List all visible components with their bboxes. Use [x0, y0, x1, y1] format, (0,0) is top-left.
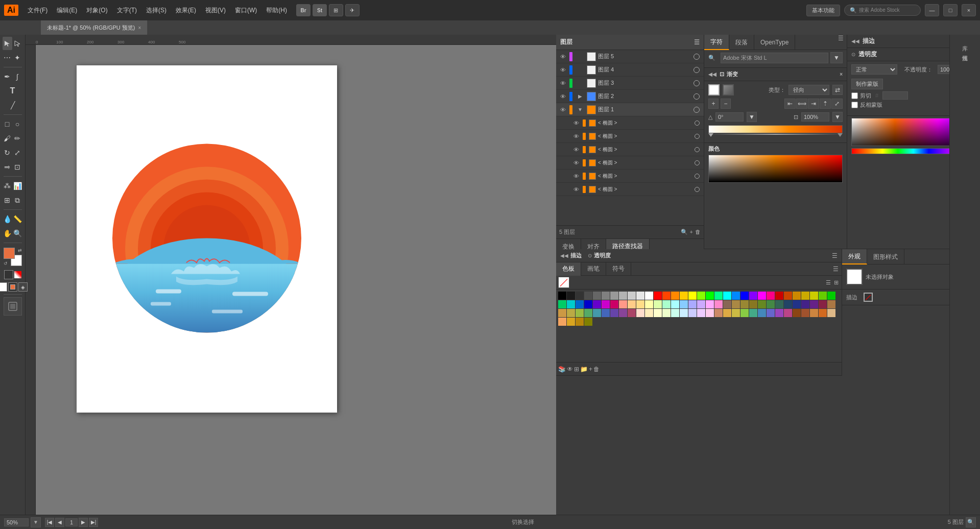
layer-item-1[interactable]: 👁 ▼ 图层 1 — [556, 103, 704, 116]
hand-tool[interactable]: ✋ — [3, 227, 12, 240]
eye-icon-sub-5[interactable]: 👁 — [571, 172, 581, 181]
swatch-cell[interactable] — [732, 300, 740, 308]
eye-icon-4[interactable]: 👁 — [558, 65, 567, 75]
blend-mode-select[interactable]: 正常 — [851, 64, 897, 75]
layer-target-5[interactable] — [694, 54, 700, 60]
layer-target-2[interactable] — [694, 93, 700, 100]
swatch-cell[interactable] — [793, 292, 801, 300]
workspace-btn[interactable]: 基本功能 — [806, 5, 840, 16]
tab-symbols[interactable]: 符号 — [606, 262, 631, 276]
angle-input[interactable] — [715, 112, 744, 122]
swatch-cell[interactable] — [801, 300, 809, 308]
swatch-cell[interactable] — [784, 292, 792, 300]
stroke-mini-expand[interactable]: ◀◀ — [560, 253, 568, 258]
tab-swatches[interactable]: 色板 — [556, 262, 581, 276]
gradient-add-stop[interactable]: + — [708, 99, 719, 109]
menu-text[interactable]: 文字(T) — [113, 4, 141, 17]
swatch-cell[interactable] — [723, 309, 731, 317]
swatch-cell[interactable] — [827, 300, 835, 308]
align-center-btn[interactable]: ⟺ — [796, 99, 807, 109]
clip-checkbox[interactable] — [851, 92, 858, 99]
menu-view[interactable]: 视图(V) — [201, 4, 230, 17]
swatch-cell[interactable] — [775, 300, 783, 308]
swatch-cell[interactable] — [567, 309, 575, 317]
bridge-btn[interactable]: Br — [296, 4, 310, 16]
swatch-cell[interactable] — [740, 292, 749, 300]
gradient-dark-swatch[interactable] — [723, 84, 734, 95]
swatch-cell[interactable] — [740, 309, 749, 317]
swatch-cell[interactable] — [810, 292, 818, 300]
swatch-cell[interactable] — [767, 292, 775, 300]
gradient-swatch[interactable] — [14, 271, 21, 278]
trans-expand-btn[interactable]: ⊙ — [851, 52, 855, 57]
canvas-artboard-btn[interactable] — [4, 297, 22, 316]
lasso-tool[interactable]: ⋯ — [3, 51, 12, 64]
swatch-cell[interactable] — [819, 292, 827, 300]
menu-window[interactable]: 窗口(W) — [231, 4, 261, 17]
swatch-cell[interactable] — [636, 300, 644, 308]
swap-colors-icon[interactable]: ⇄ — [18, 248, 22, 253]
swatch-cell[interactable] — [610, 292, 618, 300]
swatch-cell[interactable] — [758, 309, 766, 317]
layer-arrow-1[interactable]: ▼ — [576, 107, 585, 112]
swatch-cell[interactable] — [593, 309, 601, 317]
swatch-cell[interactable] — [662, 309, 671, 317]
swatch-cell[interactable] — [636, 309, 644, 317]
measure-tool[interactable]: 📏 — [13, 212, 22, 226]
zoom-input[interactable] — [4, 518, 29, 526]
slice-tool[interactable]: ⧉ — [13, 194, 22, 207]
layer-arrow-2[interactable]: ▶ — [576, 93, 585, 99]
libraries-btn[interactable]: ⊞ — [329, 4, 343, 16]
swatch-cell[interactable] — [810, 309, 818, 317]
swatch-cell[interactable] — [654, 292, 662, 300]
angle-dropdown[interactable]: ▼ — [747, 112, 757, 122]
swatch-cell[interactable] — [706, 300, 714, 308]
tab-appearance[interactable]: 外观 — [842, 249, 867, 264]
align-top-btn[interactable]: ⇡ — [820, 99, 831, 109]
swatch-cell[interactable] — [576, 309, 584, 317]
layers-delete-icon[interactable]: 🗑 — [695, 229, 701, 235]
first-page-btn[interactable]: |◀ — [45, 518, 54, 527]
swatch-cell[interactable] — [662, 300, 671, 308]
swatch-cell[interactable] — [567, 300, 575, 308]
swatch-cell[interactable] — [654, 309, 662, 317]
swatch-cell[interactable] — [775, 292, 783, 300]
direct-select-tool[interactable] — [13, 37, 22, 50]
gradient-close-btn[interactable]: × — [840, 71, 843, 77]
gradient-reverse-btn[interactable]: ⇄ — [832, 85, 843, 95]
stroke-mini-menu[interactable]: ☰ — [832, 252, 838, 259]
foreground-color-swatch[interactable] — [4, 248, 15, 259]
swatch-cell[interactable] — [558, 300, 566, 308]
share-btn[interactable]: ✈ — [345, 4, 360, 16]
swatch-cell[interactable] — [671, 292, 679, 300]
swatch-cell[interactable] — [749, 292, 757, 300]
column-graph-tool[interactable]: 📊 — [13, 179, 22, 193]
menu-file[interactable]: 文件(F) — [23, 4, 52, 17]
appearance-color-swatch[interactable] — [846, 269, 863, 285]
swatch-cell[interactable] — [662, 292, 671, 300]
swatch-cell[interactable] — [697, 292, 705, 300]
swatch-cell[interactable] — [819, 300, 827, 308]
swatch-lib-icon[interactable]: 📚 — [558, 366, 566, 373]
swatch-eye-icon[interactable]: 👁 — [567, 366, 573, 373]
swatch-cell[interactable] — [697, 300, 705, 308]
reset-colors-icon[interactable]: ↺ — [4, 261, 8, 266]
swatch-cell[interactable] — [767, 309, 775, 317]
swatch-cell[interactable] — [593, 292, 601, 300]
layer-sub-4[interactable]: 👁 < 椭圆 > — [556, 156, 704, 170]
swatch-grid-icon[interactable]: ⊞ — [574, 366, 579, 373]
menu-object[interactable]: 对象(O) — [82, 4, 111, 17]
swatch-cell[interactable] — [584, 318, 592, 326]
pen-tool[interactable]: ✒ — [3, 70, 12, 83]
swatch-cell[interactable] — [610, 300, 618, 308]
eyedropper-tool[interactable]: 💧 — [3, 212, 12, 226]
layer-target-1[interactable] — [694, 107, 700, 113]
swatch-cell[interactable] — [628, 292, 636, 300]
swatch-cell[interactable] — [740, 300, 749, 308]
tab-graphic-styles[interactable]: 图形样式 — [867, 249, 904, 264]
make-mask-btn[interactable]: 制作蒙版 — [851, 79, 883, 89]
swatch-cell[interactable] — [584, 300, 592, 308]
layers-add-icon[interactable]: + — [690, 229, 693, 235]
swatch-cell[interactable] — [680, 309, 688, 317]
gradient-remove-stop[interactable]: − — [721, 99, 731, 109]
